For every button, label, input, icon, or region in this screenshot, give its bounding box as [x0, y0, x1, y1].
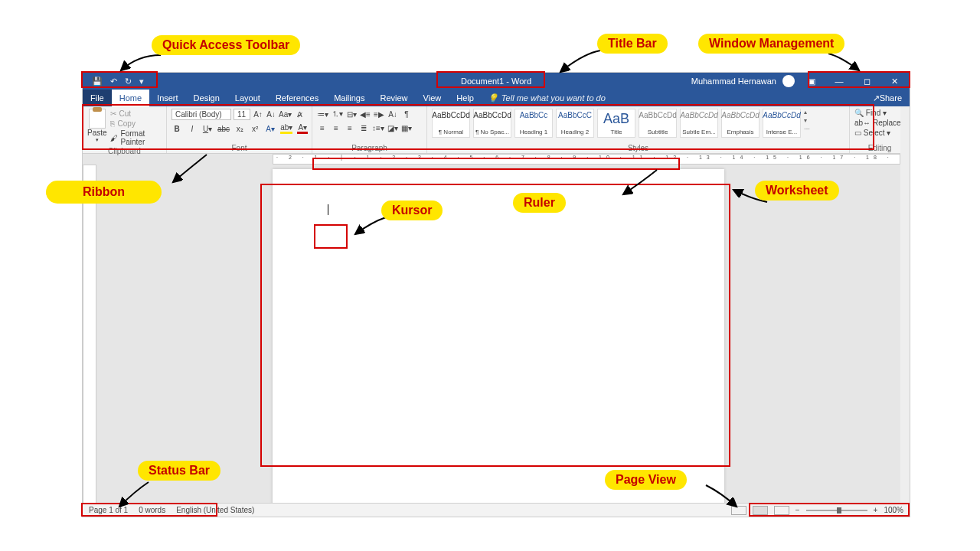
italic-button[interactable]: I [187, 123, 198, 134]
tab-references[interactable]: References [268, 90, 326, 106]
tab-design[interactable]: Design [186, 90, 227, 106]
cut-button[interactable]: ✂Cut [110, 109, 162, 119]
align-center-icon[interactable]: ≡ [331, 122, 341, 133]
maximize-icon[interactable]: ◻ [856, 77, 877, 86]
strikethrough-button[interactable]: abc [217, 123, 230, 134]
title-bar: 💾 ↶ ↻ ▾ Document1 - Word Muhammad Hernaw… [83, 73, 910, 90]
print-layout-icon[interactable] [753, 506, 768, 515]
style-title[interactable]: AaBTitle [597, 109, 635, 138]
tell-me[interactable]: 💡Tell me what you want to do [482, 90, 606, 106]
undo-icon[interactable]: ↶ [110, 77, 117, 86]
format-painter-button[interactable]: 🖌Format Painter [110, 129, 162, 147]
close-icon[interactable]: ✕ [884, 77, 905, 86]
style-intense-e-[interactable]: AaBbCcDdIntense E... [763, 109, 801, 138]
multilevel-icon[interactable]: ⊟▾ [346, 109, 357, 119]
save-icon[interactable]: 💾 [92, 77, 103, 86]
page[interactable] [273, 169, 724, 506]
style--no-spac-[interactable]: AaBbCcDd¶ No Spac... [473, 109, 511, 138]
superscript-button[interactable]: x² [250, 123, 260, 134]
tab-layout[interactable]: Layout [227, 90, 268, 106]
group-font: Calibri (Body) 11 A↑ A↓ Aa▾ A̷ B I U▾ ab… [167, 106, 312, 153]
font-family-select[interactable]: Calibri (Body) [172, 109, 231, 120]
quick-access-toolbar: 💾 ↶ ↻ ▾ [83, 77, 144, 86]
font-size-select[interactable]: 11 [234, 109, 250, 120]
align-left-icon[interactable]: ≡ [317, 122, 328, 133]
share-button[interactable]: ↗ Share [865, 90, 910, 106]
group-paragraph: ≔▾ ⒈▾ ⊟▾ ◀≡ ≡▶ A↓ ¶ ≡ ≡ ≡ ≣ ↕≡▾ ◪▾ ▦▾ [312, 106, 427, 153]
font-color-icon[interactable]: A▾ [297, 123, 308, 134]
tab-help[interactable]: Help [449, 90, 482, 106]
tab-review[interactable]: Review [373, 90, 416, 106]
tab-view[interactable]: View [416, 90, 449, 106]
tab-mailings[interactable]: Mailings [326, 90, 372, 106]
sort-icon[interactable]: A↓ [387, 109, 398, 119]
tab-file[interactable]: File [83, 90, 112, 106]
style-emphasis[interactable]: AaBbCcDdEmphasis [721, 109, 760, 138]
shading-icon[interactable]: ◪▾ [387, 122, 398, 133]
qat-dropdown-icon[interactable]: ▾ [139, 77, 144, 86]
status-bar: Page 1 of 1 0 words English (United Stat… [83, 503, 910, 517]
callout-ribbon: Ribbon [46, 181, 162, 204]
document-title: Document1 - Word [461, 77, 531, 86]
redo-icon[interactable]: ↻ [125, 77, 132, 86]
justify-icon[interactable]: ≣ [358, 122, 369, 133]
horizontal-ruler[interactable]: · 2 · 1 · │ · 1 · 2 · 3 · 4 · 5 · 6 · 7 … [273, 154, 900, 165]
group-label-clipboard: Clipboard [87, 147, 162, 156]
paste-button[interactable]: Paste▾ [87, 109, 107, 143]
zoom-slider[interactable] [806, 510, 867, 511]
callout-kursor: Kursor [381, 201, 443, 220]
highlight-icon[interactable]: ab▾ [280, 123, 292, 134]
minimize-icon[interactable]: — [828, 77, 850, 86]
style-subtle-em-[interactable]: AaBbCcDdSubtle Em... [680, 109, 718, 138]
select-button[interactable]: ▭ Select ▾ [854, 129, 901, 137]
grow-font-icon[interactable]: A↑ [253, 109, 263, 120]
bold-button[interactable]: B [172, 123, 182, 134]
callout-qat: Quick Access Toolbar [152, 35, 300, 55]
decrease-indent-icon[interactable]: ◀≡ [360, 109, 371, 119]
shrink-font-icon[interactable]: A↓ [266, 109, 276, 120]
zoom-level[interactable]: 100% [884, 506, 903, 514]
group-label-styles: Styles [432, 144, 844, 153]
tab-home[interactable]: Home [112, 90, 149, 106]
line-spacing-icon[interactable]: ↕≡▾ [372, 122, 384, 133]
change-case-icon[interactable]: Aa▾ [279, 109, 292, 120]
ribbon-tabs: File Home Insert Design Layout Reference… [83, 90, 910, 106]
user-name[interactable]: Muhammad Hernawan [691, 77, 776, 86]
vertical-scrollbar[interactable] [900, 106, 910, 503]
ribbon-display-icon[interactable]: ▣ [801, 77, 822, 86]
scissors-icon: ✂ [110, 109, 116, 118]
bullets-icon[interactable]: ≔▾ [317, 109, 328, 119]
brush-icon: 🖌 [110, 134, 118, 142]
styles-more-icon[interactable]: ▴▾⋯ [804, 109, 813, 132]
subscript-button[interactable]: x₂ [234, 123, 245, 134]
style--normal[interactable]: AaBbCcDd¶ Normal [432, 109, 470, 138]
language-indicator[interactable]: English (United States) [176, 506, 254, 514]
callout-pageview: Page View [605, 470, 687, 490]
group-clipboard: Paste▾ ✂Cut ⎘Copy 🖌Format Painter Clipbo… [83, 106, 167, 153]
document-area [83, 165, 910, 506]
borders-icon[interactable]: ▦▾ [401, 122, 412, 133]
align-right-icon[interactable]: ≡ [345, 122, 355, 133]
zoom-out-icon[interactable]: − [795, 506, 800, 514]
style-heading-2[interactable]: AaBbCcCHeading 2 [556, 109, 594, 138]
tab-insert[interactable]: Insert [149, 90, 186, 106]
style-subtitle[interactable]: AaBbCcDdSubtitle [639, 109, 677, 138]
copy-button[interactable]: ⎘Copy [110, 119, 162, 129]
zoom-in-icon[interactable]: + [874, 506, 878, 514]
replace-button[interactable]: ab↔ Replace [854, 119, 901, 127]
increase-indent-icon[interactable]: ≡▶ [374, 109, 384, 119]
underline-button[interactable]: U▾ [202, 123, 213, 134]
callout-titlebar: Title Bar [597, 34, 668, 54]
clear-formatting-icon[interactable]: A̷ [294, 109, 305, 120]
group-label-editing: Editing [854, 144, 905, 153]
web-layout-icon[interactable] [774, 506, 789, 515]
callout-worksheet: Worksheet [755, 181, 839, 201]
find-button[interactable]: 🔍 Find ▾ [854, 109, 901, 117]
callout-statusbar: Status Bar [138, 461, 220, 481]
avatar[interactable] [782, 75, 795, 87]
style-heading-1[interactable]: AaBbCcHeading 1 [514, 109, 553, 138]
text-effects-icon[interactable]: A▾ [265, 123, 276, 134]
show-marks-icon[interactable]: ¶ [401, 109, 412, 119]
vertical-ruler[interactable] [83, 165, 96, 506]
numbering-icon[interactable]: ⒈▾ [332, 109, 343, 119]
